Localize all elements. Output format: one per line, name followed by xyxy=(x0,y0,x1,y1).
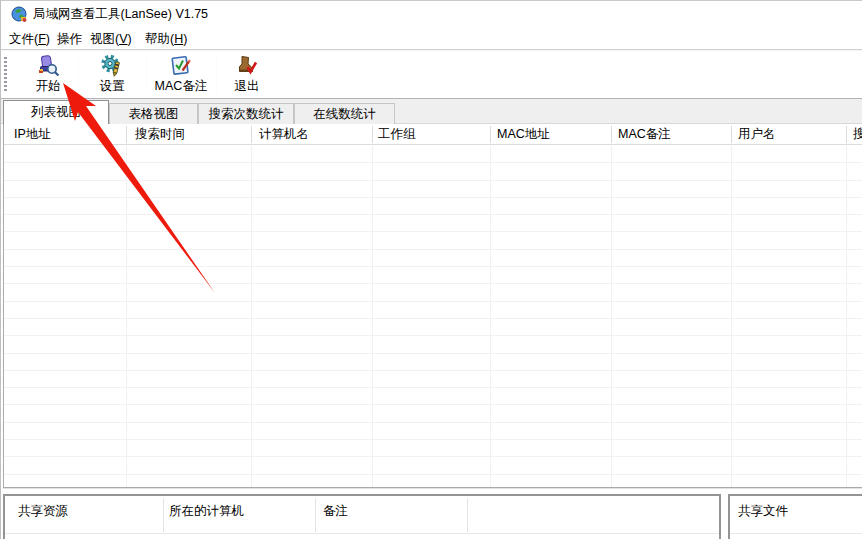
start-search-icon xyxy=(36,54,60,78)
column-divider[interactable] xyxy=(846,126,847,143)
grid-vline xyxy=(490,146,491,487)
tab-online-count-stats[interactable]: 在线数统计 xyxy=(294,103,395,124)
toolbar-separator xyxy=(78,55,79,93)
window-title: 局域网查看工具(LanSee) V1.75 xyxy=(33,1,208,28)
column-divider[interactable] xyxy=(126,126,127,143)
shares-header-underline xyxy=(5,533,719,534)
column-header-username[interactable]: 用户名 xyxy=(738,124,776,145)
menu-file[interactable]: 文件(F) xyxy=(9,29,50,49)
shares-column-resource[interactable]: 共享资源 xyxy=(18,501,68,521)
list-bottom-border-highlight xyxy=(3,488,862,489)
exit-boot-icon xyxy=(235,54,259,78)
shared-files-panel: 共享文件 xyxy=(728,494,862,539)
shares-column-note[interactable]: 备注 xyxy=(323,501,348,521)
mac-note-button-label: MAC备注 xyxy=(149,78,213,95)
column-divider[interactable] xyxy=(731,126,732,143)
title-bar: 局域网查看工具(LanSee) V1.75 xyxy=(1,1,862,28)
tab-strip: 列表视图 表格视图 搜索次数统计 在线数统计 xyxy=(1,99,862,124)
shares-column-divider[interactable] xyxy=(467,498,468,532)
tab-list-view[interactable]: 列表视图 xyxy=(3,100,109,124)
column-header-ip[interactable]: IP地址 xyxy=(14,124,51,145)
column-divider[interactable] xyxy=(490,126,491,143)
column-divider[interactable] xyxy=(372,126,373,143)
menu-help[interactable]: 帮助(H) xyxy=(145,29,187,49)
menu-bar: 文件(F) 操作 视图(V) 帮助(H) xyxy=(1,29,862,49)
toolbar-separator xyxy=(216,55,217,93)
lansee-window: 局域网查看工具(LanSee) V1.75 文件(F) 操作 视图(V) 帮助(… xyxy=(0,0,862,539)
column-header-search-time[interactable]: 搜索时间 xyxy=(135,124,185,145)
shares-column-divider[interactable] xyxy=(163,498,164,532)
mac-note-icon xyxy=(169,54,193,78)
list-left-border xyxy=(3,100,4,488)
grid-vline xyxy=(611,146,612,487)
grid-vline xyxy=(846,146,847,487)
toolbar-gripper[interactable] xyxy=(4,57,7,92)
settings-button[interactable]: 设置 xyxy=(83,53,141,97)
column-header-mac-note[interactable]: MAC备注 xyxy=(618,124,671,145)
tab-grid-view[interactable]: 表格视图 xyxy=(109,103,198,124)
toolbar: 开始 设置 xyxy=(1,51,862,98)
tab-search-count-stats[interactable]: 搜索次数统计 xyxy=(198,103,294,124)
shares-column-divider[interactable] xyxy=(315,498,316,532)
grid-vline xyxy=(126,146,127,487)
grid-vline xyxy=(731,146,732,487)
files-header-underline xyxy=(730,533,862,534)
column-header-workgroup[interactable]: 工作组 xyxy=(378,124,416,145)
column-divider[interactable] xyxy=(251,126,252,143)
grid-vline xyxy=(251,146,252,487)
column-header-mac[interactable]: MAC地址 xyxy=(497,124,550,145)
menu-operate[interactable]: 操作 xyxy=(57,29,82,49)
column-divider[interactable] xyxy=(611,126,612,143)
settings-gears-icon xyxy=(100,54,124,78)
grid-vline xyxy=(372,146,373,487)
toolbar-separator xyxy=(146,55,147,93)
app-globe-icon xyxy=(11,6,28,23)
exit-button-label: 退出 xyxy=(219,78,275,95)
column-header-clipped[interactable]: 搜 xyxy=(853,124,862,145)
exit-button[interactable]: 退出 xyxy=(219,53,275,97)
list-column-header: IP地址 搜索时间 计算机名 工作组 MAC地址 MAC备注 用户名 搜 xyxy=(4,124,862,145)
menu-view[interactable]: 视图(V) xyxy=(90,29,132,49)
shared-resources-panel: 共享资源 所在的计算机 备注 xyxy=(3,494,721,539)
shares-column-computer[interactable]: 所在的计算机 xyxy=(169,501,244,521)
device-list-body[interactable] xyxy=(4,146,862,487)
settings-button-label: 设置 xyxy=(83,78,141,95)
column-header-computer[interactable]: 计算机名 xyxy=(259,124,309,145)
files-column-header[interactable]: 共享文件 xyxy=(738,501,788,521)
start-button-label: 开始 xyxy=(19,78,77,95)
start-button[interactable]: 开始 xyxy=(19,53,77,97)
mac-note-button[interactable]: MAC备注 xyxy=(149,53,213,97)
